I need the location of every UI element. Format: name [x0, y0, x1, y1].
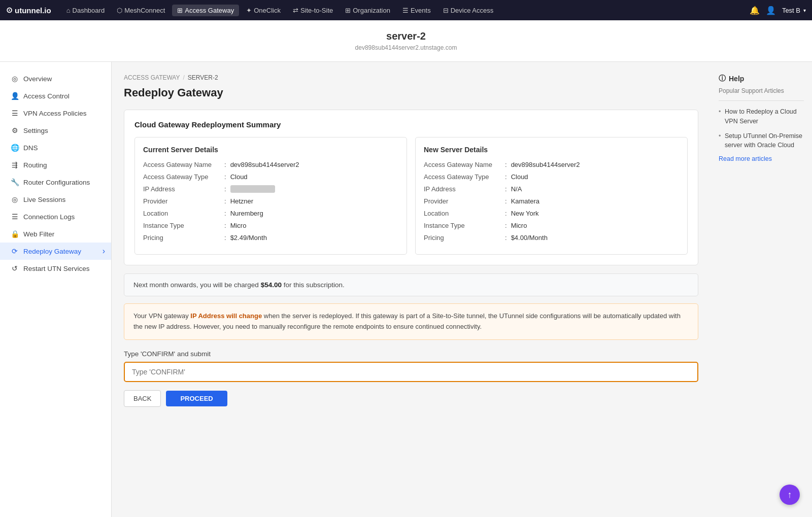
sidebar-item-live-sessions[interactable]: ◎ Live Sessions [0, 191, 111, 208]
proceed-button[interactable]: PROCEED [166, 391, 227, 406]
detail-label: Location [143, 210, 224, 217]
body-layout: ◎ Overview 👤 Access Control ☰ VPN Access… [0, 62, 812, 517]
device-access-icon: ⊟ [443, 7, 449, 14]
sidebar-item-routing[interactable]: ⇶ Routing [0, 156, 111, 174]
live-sessions-icon: ◎ [10, 195, 19, 203]
current-server-title: Current Server Details [143, 146, 398, 154]
site-to-site-icon: ⇄ [293, 7, 298, 14]
app-logo[interactable]: ⊙ utunnel.io [6, 6, 51, 15]
sidebar-item-vpn-access-policies[interactable]: ☰ VPN Access Policies [0, 105, 111, 122]
warning-box: Your VPN gateway IP Address will change … [124, 303, 698, 340]
confirm-label: Type 'CONFIRM' and submit [124, 350, 698, 358]
sidebar-item-access-control[interactable]: 👤 Access Control [0, 87, 111, 105]
sidebar-item-router-configurations[interactable]: 🔧 Router Configurations [0, 174, 111, 191]
current-server-box: Current Server Details Access Gateway Na… [134, 137, 407, 255]
detail-label: Provider [143, 197, 224, 205]
nav-dashboard[interactable]: ⌂ Dashboard [61, 5, 110, 16]
notifications-bell[interactable]: 🔔 [750, 6, 760, 15]
sidebar-item-dns[interactable]: 🌐 DNS [0, 139, 111, 156]
nav-oneclick[interactable]: ✦ OneClick [241, 5, 286, 16]
detail-label: Location [424, 210, 505, 217]
user-avatar[interactable]: 👤 [766, 6, 776, 15]
help-subtitle: Popular Support Articles [719, 87, 804, 94]
detail-value: Cloud [511, 173, 528, 181]
help-icon: ⓘ [719, 74, 726, 83]
warning-bold: IP Address will change [190, 312, 262, 320]
detail-row: Access Gateway Name : dev898sub4144serve… [143, 161, 398, 168]
settings-icon: ⚙ [10, 126, 19, 134]
nav-access-gateway[interactable]: ⊞ Access Gateway [172, 5, 239, 16]
detail-value: Micro [511, 222, 527, 229]
user-menu[interactable]: Test B ▾ [782, 7, 806, 14]
help-divider [719, 100, 804, 101]
scroll-to-top-button[interactable]: ↑ [780, 485, 800, 505]
server-name: server-2 [10, 30, 802, 42]
detail-value: Cloud [230, 173, 248, 181]
logo-icon: ⊙ [6, 6, 13, 15]
nav-events[interactable]: ☰ Events [397, 5, 436, 16]
button-row: BACK PROCEED [124, 390, 698, 407]
charge-amount: $54.00 [261, 281, 282, 289]
dns-icon: 🌐 [10, 144, 19, 152]
detail-label: Pricing [143, 234, 224, 242]
logo-text: utunnel.io [15, 6, 51, 15]
detail-row: Pricing : $4.00/Month [424, 234, 679, 242]
breadcrumb-separator: / [183, 74, 184, 81]
detail-row: Instance Type : Micro [143, 222, 398, 229]
detail-label: IP Address [143, 185, 224, 193]
help-title: ⓘ Help [719, 74, 804, 83]
nav-site-to-site[interactable]: ⇄ Site-to-Site [288, 5, 338, 16]
help-panel: ⓘ Help Popular Support Articles How to R… [710, 62, 812, 517]
organization-icon: ⊞ [345, 7, 351, 14]
detail-row: Provider : Hetzner [143, 197, 398, 205]
sidebar-item-web-filter[interactable]: 🔒 Web Filter [0, 225, 111, 243]
nav-device-access[interactable]: ⊟ Device Access [438, 5, 499, 16]
detail-label: Access Gateway Type [143, 173, 224, 181]
breadcrumb-parent: ACCESS GATEWAY [124, 74, 180, 81]
sidebar-item-redeploy-gateway[interactable]: ⟳ Redeploy Gateway [0, 243, 111, 260]
router-config-icon: 🔧 [10, 178, 19, 186]
detail-row: Access Gateway Type : Cloud [424, 173, 679, 181]
detail-label: Instance Type [424, 222, 505, 229]
detail-label: IP Address [424, 185, 505, 193]
confirm-input[interactable] [124, 362, 698, 382]
detail-value: Kamatera [511, 197, 539, 205]
detail-label: Access Gateway Name [143, 161, 224, 168]
sidebar-item-overview[interactable]: ◎ Overview [0, 70, 111, 87]
detail-row: Location : New York [424, 210, 679, 217]
sidebar-item-settings[interactable]: ⚙ Settings [0, 122, 111, 139]
nav-organization[interactable]: ⊞ Organization [340, 5, 395, 16]
sidebar: ◎ Overview 👤 Access Control ☰ VPN Access… [0, 62, 112, 517]
help-article-1[interactable]: How to Redeploy a Cloud VPN Server [719, 107, 804, 126]
read-more-link[interactable]: Read more articles [719, 155, 804, 162]
ip-address-blurred: xxx.xxx.xxx.xxx [230, 185, 276, 193]
scroll-top-icon: ↑ [788, 490, 792, 500]
access-control-icon: 👤 [10, 92, 19, 100]
detail-row: Provider : Kamatera [424, 197, 679, 205]
back-button[interactable]: BACK [124, 390, 161, 407]
page-title: Redeploy Gateway [124, 86, 698, 99]
detail-label: Access Gateway Type [424, 173, 505, 181]
detail-row: Pricing : $2.49/Month [143, 234, 398, 242]
detail-row: IP Address : N/A [424, 185, 679, 193]
charge-notice: Next month onwards, you will be charged … [124, 273, 698, 296]
detail-value: Micro [230, 222, 247, 229]
top-navigation: ⊙ utunnel.io ⌂ Dashboard ⬡ MeshConnect ⊞… [0, 0, 812, 20]
detail-row: Instance Type : Micro [424, 222, 679, 229]
summary-card: Cloud Gateway Redeployment Summary Curre… [124, 110, 698, 265]
server-details-grid: Current Server Details Access Gateway Na… [134, 137, 688, 255]
connection-logs-icon: ☰ [10, 213, 19, 221]
detail-value: $4.00/Month [511, 234, 548, 242]
oneclick-icon: ✦ [246, 7, 252, 14]
restart-utn-icon: ↺ [10, 264, 19, 272]
nav-meshconnect[interactable]: ⬡ MeshConnect [112, 5, 170, 16]
detail-label: Provider [424, 197, 505, 205]
sidebar-item-restart-utn[interactable]: ↺ Restart UTN Services [0, 260, 111, 277]
detail-value: N/A [511, 185, 522, 193]
detail-value: dev898sub4144server2 [511, 161, 580, 168]
events-icon: ☰ [402, 7, 409, 14]
server-domain: dev898sub4144server2.utnstage.com [10, 44, 802, 51]
help-article-2[interactable]: Setup UTunnel On-Premise server with Ora… [719, 131, 804, 151]
sidebar-item-connection-logs[interactable]: ☰ Connection Logs [0, 208, 111, 225]
detail-label: Pricing [424, 234, 505, 242]
